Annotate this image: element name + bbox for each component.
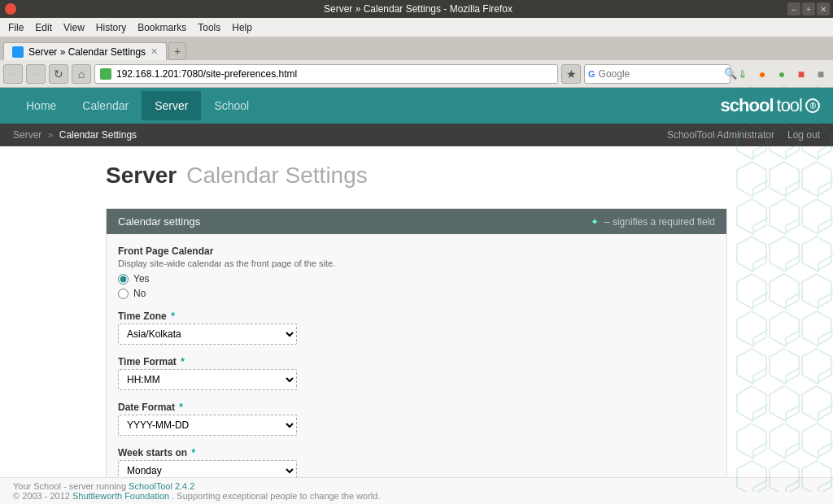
required-star: ✦ <box>591 216 599 228</box>
menu-edit[interactable]: Edit <box>30 20 57 35</box>
logout-link[interactable]: Log out <box>787 129 820 141</box>
dateformat-required: * <box>177 402 183 413</box>
dateformat-label: Date Format * <box>118 402 715 413</box>
schooltool-nav: Home Calendar Server School schooltool ® <box>0 88 833 124</box>
settings-card-header: Calendar settings ✦ – signifies a requir… <box>107 209 726 234</box>
reload-button[interactable]: ↻ <box>49 64 68 84</box>
timeformat-label: Time Format * <box>118 356 715 367</box>
menu-bookmarks[interactable]: Bookmarks <box>133 20 191 35</box>
footer-school: Your School <box>13 481 61 491</box>
page-content: Home Calendar Server School schooltool ®… <box>0 88 833 504</box>
breadcrumb-current: Calendar Settings <box>59 129 137 141</box>
extension3-icon[interactable]: ■ <box>812 65 830 83</box>
menu-history[interactable]: History <box>91 20 131 35</box>
footer-running: - server running <box>63 481 129 491</box>
user-link[interactable]: SchoolTool Administrator <box>667 129 774 141</box>
front-page-label: Front Page Calendar <box>118 245 715 257</box>
breadcrumb-bar: Server » Calendar Settings SchoolTool Ad… <box>0 124 833 146</box>
toolbar-icons: ⇓ ● ● ■ ■ <box>734 65 830 83</box>
tab-title: Server » Calendar Settings <box>28 46 146 58</box>
search-input[interactable] <box>599 68 721 80</box>
address-bar[interactable] <box>94 64 558 84</box>
bookmark-star-button[interactable]: ★ <box>561 64 581 84</box>
radio-no-input[interactable] <box>118 289 129 299</box>
radio-no[interactable]: No <box>118 288 715 299</box>
timeformat-required: * <box>178 356 185 367</box>
menu-help[interactable]: Help <box>227 20 257 35</box>
footer-version-link[interactable]: SchoolTool 2.4.2 <box>129 481 194 491</box>
url-input[interactable] <box>116 68 552 80</box>
page-title-bold: Server <box>106 163 177 189</box>
footer-support: . Supporting exceptional people to chang… <box>172 491 380 501</box>
menu-bar: File Edit View History Bookmarks Tools H… <box>0 18 833 37</box>
menu-view[interactable]: View <box>59 20 89 35</box>
dateformat-group: Date Format * YYYY-MM-DD MM/DD/YYYY DD/M… <box>118 402 715 436</box>
search-bar[interactable]: G 🔍 <box>584 64 731 84</box>
radio-yes-label: Yes <box>133 273 150 285</box>
home-button[interactable]: ⌂ <box>72 64 91 84</box>
address-bar-row: ← → ↻ ⌂ ★ G 🔍 ⇓ ● ● ■ ■ <box>0 60 833 88</box>
brand-logo: schooltool ® <box>721 95 820 116</box>
brand-text-bold: school <box>721 95 774 116</box>
forward-button[interactable]: → <box>26 64 46 84</box>
footer: Your School - server running SchoolTool … <box>0 477 833 504</box>
timeformat-select[interactable]: HH:MM HH:MM:SS 12-hour <box>118 369 297 390</box>
breadcrumb-parent[interactable]: Server <box>13 129 41 141</box>
security-icon <box>100 68 111 80</box>
radio-yes-input[interactable] <box>118 274 129 285</box>
main-content: Server Calendar Settings Calendar settin… <box>0 146 833 477</box>
card-title: Calendar settings <box>118 215 200 228</box>
page-title-light: Calendar Settings <box>186 163 368 189</box>
new-tab-button[interactable]: + <box>168 42 186 60</box>
nav-calendar[interactable]: Calendar <box>69 91 142 120</box>
footer-foundation-link[interactable]: Shuttleworth Foundation <box>72 491 169 501</box>
restore-button[interactable]: + <box>802 2 815 15</box>
front-page-group: Front Page Calendar Display site-wide ca… <box>118 245 715 299</box>
tab-favicon <box>12 46 24 58</box>
weekstart-group: Week starts on * Monday Sunday Saturday <box>118 447 715 477</box>
nav-links: Home Calendar Server School <box>13 91 262 120</box>
browser-title: Server » Calendar Settings - Mozilla Fir… <box>49 3 787 15</box>
back-button[interactable]: ← <box>3 64 23 84</box>
download-icon[interactable]: ⇓ <box>734 65 752 83</box>
extension2-icon[interactable]: ■ <box>792 65 810 83</box>
timezone-select[interactable]: Asia/Kolkata UTC US/Eastern Europe/Londo… <box>118 324 297 345</box>
timezone-label: Time Zone * <box>118 311 715 322</box>
dateformat-select[interactable]: YYYY-MM-DD MM/DD/YYYY DD/MM/YYYY <box>118 415 297 436</box>
settings-card-body: Front Page Calendar Display site-wide ca… <box>107 234 726 477</box>
extension1-icon[interactable]: ● <box>773 65 791 83</box>
tab-bar: Server » Calendar Settings ✕ + <box>0 37 833 60</box>
brand-text-light: tool <box>777 95 802 116</box>
radio-no-label: No <box>133 288 146 299</box>
close-button[interactable]: ✕ <box>817 2 830 15</box>
front-page-radio-group: Yes No <box>118 273 715 299</box>
timezone-group: Time Zone * Asia/Kolkata UTC US/Eastern … <box>118 311 715 345</box>
weekstart-required: * <box>189 447 195 458</box>
tab-close-button[interactable]: ✕ <box>150 46 158 57</box>
breadcrumb-separator: » <box>48 129 54 141</box>
active-tab[interactable]: Server » Calendar Settings ✕ <box>3 42 167 60</box>
brand-symbol: ® <box>805 98 820 113</box>
search-engine-icon: G <box>588 69 595 79</box>
weekstart-label: Week starts on * <box>118 447 715 458</box>
front-page-desc: Display site-wide calendar as the front … <box>118 259 715 268</box>
required-note: ✦ – signifies a required field <box>591 216 715 228</box>
firefox-icon[interactable]: ● <box>753 65 771 83</box>
settings-card: Calendar settings ✦ – signifies a requir… <box>106 208 727 477</box>
menu-file[interactable]: File <box>3 20 28 35</box>
weekstart-select[interactable]: Monday Sunday Saturday <box>118 460 297 477</box>
breadcrumb-right: SchoolTool Administrator Log out <box>667 129 820 141</box>
radio-yes[interactable]: Yes <box>118 273 715 285</box>
page-title: Server Calendar Settings <box>106 163 727 189</box>
nav-home[interactable]: Home <box>13 91 69 120</box>
nav-school[interactable]: School <box>201 91 262 120</box>
breadcrumb: Server » Calendar Settings <box>13 129 137 141</box>
minimize-button[interactable]: – <box>787 2 800 15</box>
timezone-required: * <box>168 311 175 322</box>
timeformat-group: Time Format * HH:MM HH:MM:SS 12-hour <box>118 356 715 390</box>
menu-tools[interactable]: Tools <box>193 20 225 35</box>
nav-server[interactable]: Server <box>142 91 201 120</box>
footer-copyright: © 2003 - 2012 <box>13 491 72 501</box>
